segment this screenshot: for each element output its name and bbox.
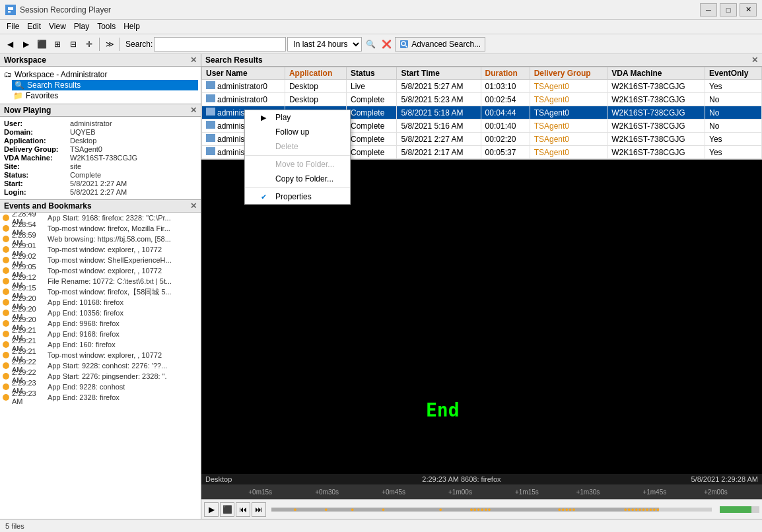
cell-app: Desktop [285, 80, 346, 93]
workspace-root-label: Workspace - Administrator [15, 70, 108, 79]
np-value-user: administrator [70, 119, 112, 127]
cell-duration: 00:02:54 [481, 93, 530, 106]
event-text: Top-most window: firefox,【58同城 5... [48, 287, 172, 297]
event-dot [3, 299, 9, 306]
play-icon: ▶ [261, 114, 271, 122]
status-bar: 5 files [0, 519, 762, 532]
events-title: Events and Bookmarks [4, 201, 92, 211]
menu-item-edit[interactable]: Edit [23, 21, 45, 32]
menu-item-view[interactable]: View [45, 21, 70, 32]
events-content[interactable]: 2:28:49 AMApp Start: 9168: firefox: 2328… [0, 213, 201, 515]
search-btn-2[interactable]: ❌ [379, 37, 394, 51]
context-menu-followup[interactable]: Follow up [245, 125, 350, 139]
menu-item-file[interactable]: File [3, 21, 23, 32]
now-playing-panel: Now Playing ✕ User: administrator Domain… [0, 104, 201, 200]
status-file-count: 5 files [5, 522, 24, 530]
timeline-mark-6: +1m30s [576, 488, 600, 496]
event-dot [3, 373, 9, 380]
timeline-mark-7: +1m45s [642, 488, 666, 496]
toolbar-btn-5[interactable]: ⊟ [66, 37, 81, 51]
workspace-close-button[interactable]: ✕ [190, 55, 197, 65]
maximize-button[interactable]: □ [720, 3, 737, 17]
context-menu-play[interactable]: ▶ Play [245, 110, 350, 125]
event-dot [3, 310, 9, 316]
menu-item-help[interactable]: Help [120, 21, 144, 32]
toolbar-btn-3[interactable]: ⬛ [34, 37, 49, 51]
stop-button[interactable]: ⬛ [220, 502, 234, 517]
workspace-item-favorites[interactable]: 📁 Favorites [12, 90, 198, 101]
table-row[interactable]: administrator0 Desktop Live 5/8/2021 5:2… [202, 80, 762, 93]
col-header-starttime: Start Time [397, 67, 481, 80]
np-value-login: 5/8/2021 2:27 AM [70, 188, 127, 196]
toolbar-btn-2[interactable]: ▶ [18, 37, 33, 51]
play-button[interactable]: ▶ [204, 502, 219, 517]
context-menu-properties[interactable]: ✔ Properties [245, 189, 350, 204]
event-dot [3, 246, 9, 253]
cell-duration: 01:03:10 [481, 80, 530, 93]
app-icon [5, 5, 16, 15]
table-row[interactable]: administrator0 Desktop Complete 5/8/2021… [202, 93, 762, 106]
timeline-mark-8: +2m00s [704, 488, 728, 496]
np-value-dg: TSAgent0 [70, 145, 102, 153]
event-dot [3, 362, 9, 369]
cell-user: administrator0 [202, 93, 285, 106]
menu-item-tools[interactable]: Tools [93, 21, 120, 32]
cell-vda: W2K16ST-738CGJG [607, 93, 705, 106]
folder-icon: 🗂 [4, 70, 12, 79]
cell-eventonly: Yes [705, 80, 762, 93]
event-dot [3, 236, 9, 242]
menu-item-play[interactable]: Play [70, 21, 93, 32]
cell-eventonly: Yes [705, 133, 762, 146]
cell-vda: W2K16ST-738CGJG [607, 146, 705, 159]
cell-starttime: 5/8/2021 5:23 AM [397, 93, 481, 106]
cell-app: Desktop [285, 93, 346, 106]
list-item[interactable]: 2:29:23 AMApp End: 2328: firefox [0, 392, 201, 403]
np-row-domain: Domain: UQYEB [4, 128, 197, 136]
time-range-dropdown[interactable]: In last 24 hours [287, 37, 362, 51]
cell-dg: TSAgent0 [530, 80, 607, 93]
event-text: App End: 10168: firefox [48, 298, 123, 306]
minimize-button[interactable]: ─ [700, 3, 717, 17]
toolbar-btn-6[interactable]: ✛ [82, 37, 96, 51]
fast-forward-button[interactable]: ⏭ [252, 502, 266, 517]
cell-vda: W2K16ST-738CGJG [607, 106, 705, 119]
workspace-item-root[interactable]: 🗂 Workspace - Administrator [3, 69, 198, 80]
toolbar-btn-4[interactable]: ⊞ [50, 37, 65, 51]
context-menu-play-label: Play [275, 113, 291, 122]
events-close-button[interactable]: ✕ [190, 201, 197, 211]
toolbar-btn-1[interactable]: ◀ [3, 37, 17, 51]
context-menu-sep-1 [245, 155, 350, 156]
workspace-content: 🗂 Workspace - Administrator 🔍 Search Res… [0, 67, 201, 104]
context-menu: ▶ Play Follow up Delete Move to Folder..… [244, 110, 351, 205]
toolbar-btn-7[interactable]: ≫ [102, 37, 117, 51]
search-input[interactable] [154, 37, 286, 51]
playback-slider[interactable]: ● ● ● ● ● ●●●●●● ●●●●● ●●●●●●●●●● [271, 508, 712, 512]
search-btn-1[interactable]: 🔍 [363, 37, 378, 51]
now-playing-close-button[interactable]: ✕ [190, 106, 197, 115]
event-text: File Rename: 10772: C:\test\6.txt | 5t..… [48, 277, 172, 285]
event-text: App End: 2328: firefox [48, 393, 120, 401]
svg-rect-1 [8, 7, 13, 10]
volume-slider[interactable] [720, 506, 759, 513]
rewind-button[interactable]: ⏮ [236, 502, 250, 517]
np-label-login: Login: [4, 188, 70, 196]
window-controls: ─ □ ✕ [700, 3, 757, 17]
context-menu-copytofolder[interactable]: Copy to Folder... [245, 172, 350, 186]
main-layout: Workspace ✕ 🗂 Workspace - Administrator … [0, 54, 762, 519]
end-text: End [426, 399, 460, 421]
workspace-item-search[interactable]: 🔍 Search Results [12, 80, 198, 90]
advanced-search-button[interactable]: Advanced Search... [395, 37, 485, 51]
close-button[interactable]: ✕ [740, 3, 757, 17]
event-dot [3, 383, 9, 390]
cell-eventonly: No [705, 119, 762, 133]
context-menu-delete-label: Delete [275, 142, 298, 151]
playback-controls: ▶ ⬛ ⏮ ⏭ ● ● ● ● ● ●●●●●● ●●●●● ●●●●●●●●●… [201, 499, 762, 519]
cell-duration: 00:01:40 [481, 119, 530, 133]
preview-area: End [201, 160, 762, 474]
np-label-start: Start: [4, 180, 70, 187]
timeline-bar[interactable]: +0m15s +0m30s +0m45s +1m00s +1m15s +1m30… [201, 484, 762, 499]
menu-bar: FileEditViewPlayToolsHelp [0, 20, 762, 34]
search-results-close-button[interactable]: ✕ [751, 55, 758, 65]
context-menu-sep-2 [245, 187, 350, 188]
event-text: Top-most window: explorer, , 10772 [48, 246, 162, 253]
